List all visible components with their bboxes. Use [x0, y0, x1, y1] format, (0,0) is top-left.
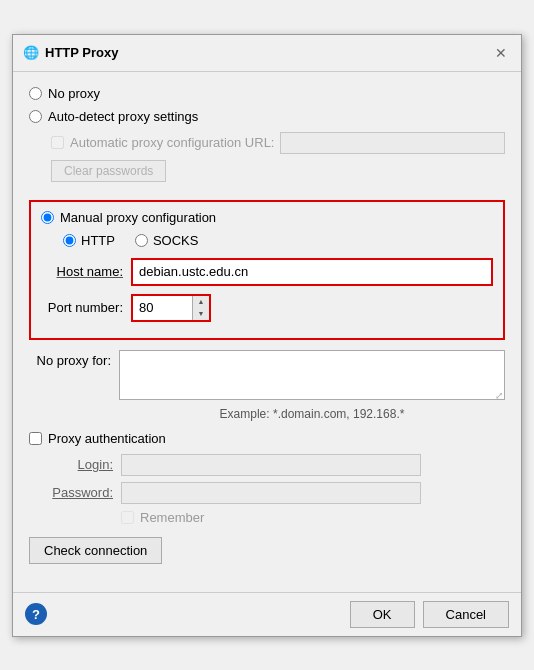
- dialog-content: No proxy Auto-detect proxy settings Auto…: [13, 72, 521, 592]
- resize-icon: ⤢: [495, 390, 503, 401]
- example-text: Example: *.domain.com, 192.168.*: [119, 407, 505, 421]
- clear-passwords-button[interactable]: Clear passwords: [51, 160, 166, 182]
- protocol-row: HTTP SOCKS: [63, 233, 493, 248]
- proxy-auth-checkbox[interactable]: [29, 432, 42, 445]
- no-proxy-for-label: No proxy for:: [29, 350, 119, 368]
- no-proxy-for-row: No proxy for: ⤢: [29, 350, 505, 403]
- title-bar-left: 🌐 HTTP Proxy: [23, 45, 118, 61]
- no-proxy-radio[interactable]: [29, 87, 42, 100]
- auto-detect-radio[interactable]: [29, 110, 42, 123]
- proxy-auth-checkbox-row: Proxy authentication: [29, 431, 505, 446]
- http-label[interactable]: HTTP: [81, 233, 115, 248]
- password-row: Password:: [51, 482, 505, 504]
- no-proxy-label[interactable]: No proxy: [48, 86, 100, 101]
- no-proxy-for-wrapper: ⤢: [119, 350, 505, 403]
- socks-option: SOCKS: [135, 233, 199, 248]
- socks-label[interactable]: SOCKS: [153, 233, 199, 248]
- bottom-buttons: OK Cancel: [350, 601, 509, 628]
- auto-url-checkbox[interactable]: [51, 136, 64, 149]
- port-increment-button[interactable]: ▲: [193, 296, 209, 308]
- dialog-icon: 🌐: [23, 45, 39, 61]
- login-input[interactable]: [121, 454, 421, 476]
- port-number-input[interactable]: [133, 296, 192, 320]
- auto-url-label: Automatic proxy configuration URL:: [70, 135, 274, 150]
- auth-fields: Login: Password: Remember: [51, 454, 505, 525]
- ok-button[interactable]: OK: [350, 601, 415, 628]
- no-proxy-row: No proxy: [29, 86, 505, 101]
- manual-proxy-radio[interactable]: [41, 211, 54, 224]
- proxy-auth-label[interactable]: Proxy authentication: [48, 431, 166, 446]
- host-name-row: Host name:: [41, 258, 493, 286]
- auto-url-input[interactable]: [280, 132, 505, 154]
- dialog-title: HTTP Proxy: [45, 45, 118, 60]
- no-proxy-for-input[interactable]: [119, 350, 505, 400]
- password-label: Password:: [51, 485, 121, 500]
- http-option: HTTP: [63, 233, 115, 248]
- close-button[interactable]: ✕: [491, 43, 511, 63]
- help-button[interactable]: ?: [25, 603, 47, 625]
- host-input-wrapper: [131, 258, 493, 286]
- port-number-row: Port number: ▲ ▼: [41, 294, 493, 322]
- login-label: Login:: [51, 457, 121, 472]
- manual-proxy-radio-row: Manual proxy configuration: [41, 210, 493, 225]
- port-decrement-button[interactable]: ▼: [193, 308, 209, 320]
- auto-detect-section: Automatic proxy configuration URL: Clear…: [51, 132, 505, 192]
- remember-row: Remember: [121, 510, 505, 525]
- host-name-label: Host name:: [41, 264, 131, 279]
- title-bar: 🌐 HTTP Proxy ✕: [13, 35, 521, 72]
- manual-proxy-label[interactable]: Manual proxy configuration: [60, 210, 216, 225]
- port-spinner: ▲ ▼: [192, 296, 209, 320]
- http-radio[interactable]: [63, 234, 76, 247]
- remember-checkbox[interactable]: [121, 511, 134, 524]
- remember-label: Remember: [140, 510, 204, 525]
- cancel-button[interactable]: Cancel: [423, 601, 509, 628]
- login-row: Login:: [51, 454, 505, 476]
- socks-radio[interactable]: [135, 234, 148, 247]
- check-connection-button[interactable]: Check connection: [29, 537, 162, 564]
- host-name-input[interactable]: [133, 260, 491, 284]
- bottom-bar: ? OK Cancel: [13, 592, 521, 636]
- port-number-label: Port number:: [41, 300, 131, 315]
- manual-proxy-section: Manual proxy configuration HTTP SOCKS Ho…: [29, 200, 505, 340]
- auto-url-row: Automatic proxy configuration URL:: [51, 132, 505, 154]
- port-input-wrapper: ▲ ▼: [131, 294, 211, 322]
- http-proxy-dialog: 🌐 HTTP Proxy ✕ No proxy Auto-detect prox…: [12, 34, 522, 637]
- auto-detect-row: Auto-detect proxy settings: [29, 109, 505, 124]
- proxy-auth-section: Proxy authentication Login: Password: Re…: [29, 431, 505, 525]
- auto-detect-label[interactable]: Auto-detect proxy settings: [48, 109, 198, 124]
- password-input[interactable]: [121, 482, 421, 504]
